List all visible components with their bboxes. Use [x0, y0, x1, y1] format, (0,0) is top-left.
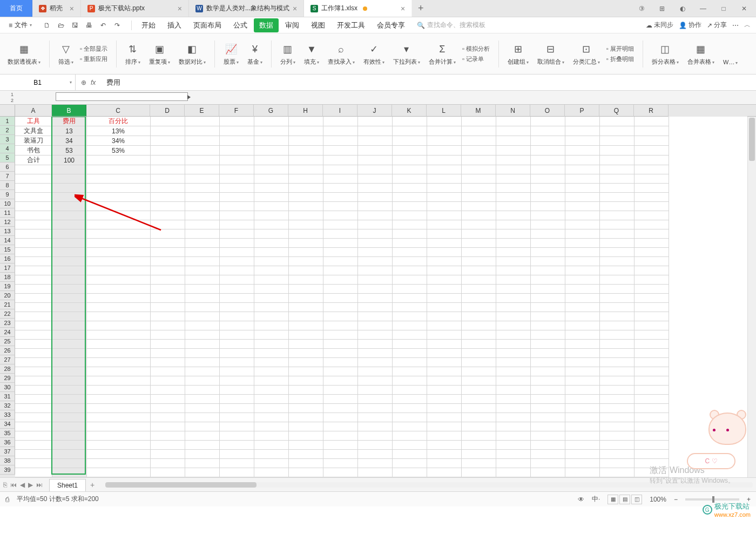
cell-B15[interactable] [52, 248, 86, 257]
cell-M34[interactable] [461, 422, 496, 431]
cell-A33[interactable] [15, 413, 52, 422]
cell-G37[interactable] [254, 450, 288, 459]
tab-close-icon[interactable]: × [70, 4, 74, 13]
cell-Q15[interactable] [599, 248, 634, 257]
cell-B18[interactable] [52, 275, 86, 285]
cell-I20[interactable] [323, 294, 357, 303]
cell-G20[interactable] [254, 294, 288, 303]
cell-N26[interactable] [496, 349, 530, 358]
cell-M8[interactable] [461, 184, 496, 193]
cell-P37[interactable] [565, 450, 599, 459]
cell-O30[interactable] [530, 386, 565, 395]
col-header-P[interactable]: P [565, 105, 599, 117]
cell-I14[interactable] [323, 239, 357, 248]
cell-K2[interactable] [392, 126, 427, 136]
cell-O13[interactable] [530, 229, 565, 239]
cell-B13[interactable] [52, 229, 86, 239]
row-header-39[interactable]: 39 [0, 465, 15, 475]
collapse-ribbon-icon[interactable]: ︿ [744, 21, 751, 30]
cell-R2[interactable] [634, 126, 669, 136]
cell-R10[interactable] [634, 202, 669, 211]
cell-N37[interactable] [496, 450, 530, 459]
cell-O7[interactable] [530, 174, 565, 184]
cell-A31[interactable] [15, 395, 52, 404]
close-button[interactable]: ✕ [737, 1, 752, 16]
cell-R23[interactable] [634, 321, 669, 330]
cell-F12[interactable] [219, 220, 254, 229]
cell-J36[interactable] [357, 441, 392, 450]
cell-O27[interactable] [530, 358, 565, 367]
zoom-out[interactable]: − [674, 496, 678, 503]
cell-M20[interactable] [461, 294, 496, 303]
cell-B20[interactable] [52, 294, 86, 303]
cell-O19[interactable] [530, 285, 565, 294]
cell-J2[interactable] [357, 126, 392, 136]
cell-G22[interactable] [254, 312, 288, 321]
cell-I19[interactable] [323, 285, 357, 294]
cell-R17[interactable] [634, 266, 669, 275]
cell-G18[interactable] [254, 275, 288, 285]
cell-D19[interactable] [150, 285, 185, 294]
ribbon-查找录入[interactable]: ⌕查找录入 [326, 42, 357, 66]
cell-B14[interactable] [52, 239, 86, 248]
cell-J18[interactable] [357, 275, 392, 285]
cell-R24[interactable] [634, 330, 669, 340]
cell-F2[interactable] [219, 126, 254, 136]
cell-H28[interactable] [288, 367, 323, 376]
cell-E21[interactable] [185, 303, 219, 312]
cell-B17[interactable] [52, 266, 86, 275]
cell-M7[interactable] [461, 174, 496, 184]
cell-E30[interactable] [185, 386, 219, 395]
cell-H6[interactable] [288, 165, 323, 174]
cell-B7[interactable] [52, 174, 86, 184]
cell-I13[interactable] [323, 229, 357, 239]
cell-L24[interactable] [427, 330, 461, 340]
cell-D34[interactable] [150, 422, 185, 431]
row-header-21[interactable]: 21 [0, 300, 15, 309]
cell-P18[interactable] [565, 275, 599, 285]
cell-R9[interactable] [634, 193, 669, 202]
cell-Q31[interactable] [599, 395, 634, 404]
cell-Q23[interactable] [599, 321, 634, 330]
row-header-37[interactable]: 37 [0, 447, 15, 456]
cell-K36[interactable] [392, 441, 427, 450]
cell-A14[interactable] [15, 239, 52, 248]
cell-F35[interactable] [219, 431, 254, 441]
cell-L5[interactable] [427, 156, 461, 165]
cell-B35[interactable] [52, 431, 86, 441]
cell-D14[interactable] [150, 239, 185, 248]
cell-M31[interactable] [461, 395, 496, 404]
cell-Q21[interactable] [599, 303, 634, 312]
cell-D20[interactable] [150, 294, 185, 303]
cell-K30[interactable] [392, 386, 427, 395]
cell-M26[interactable] [461, 349, 496, 358]
row-header-15[interactable]: 15 [0, 245, 15, 254]
cell-K15[interactable] [392, 248, 427, 257]
cell-K13[interactable] [392, 229, 427, 239]
cell-N30[interactable] [496, 386, 530, 395]
cell-L29[interactable] [427, 376, 461, 386]
cell-B4[interactable]: 53 [52, 146, 86, 156]
cell-M10[interactable] [461, 202, 496, 211]
cell-F38[interactable] [219, 459, 254, 468]
cell-P19[interactable] [565, 285, 599, 294]
cell-O26[interactable] [530, 349, 565, 358]
cell-F29[interactable] [219, 376, 254, 386]
cell-D37[interactable] [150, 450, 185, 459]
cell-I35[interactable] [323, 431, 357, 441]
cell-G35[interactable] [254, 431, 288, 441]
cell-G28[interactable] [254, 367, 288, 376]
cell-R12[interactable] [634, 220, 669, 229]
cell-I39[interactable] [323, 468, 357, 477]
cell-E12[interactable] [185, 220, 219, 229]
cell-F3[interactable] [219, 136, 254, 146]
cell-E36[interactable] [185, 441, 219, 450]
cell-A38[interactable] [15, 459, 52, 468]
cell-H31[interactable] [288, 395, 323, 404]
cell-Q8[interactable] [599, 184, 634, 193]
cell-P23[interactable] [565, 321, 599, 330]
cell-C34[interactable] [86, 422, 150, 431]
cell-N12[interactable] [496, 220, 530, 229]
cell-P2[interactable] [565, 126, 599, 136]
cell-P39[interactable] [565, 468, 599, 477]
